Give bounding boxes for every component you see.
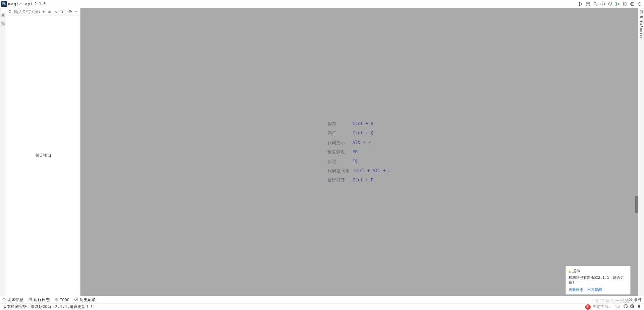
hint-label: 恢复断点 <box>328 149 348 155</box>
left-strip: 接口 ▦ 函数 fn <box>0 8 6 296</box>
bottom-tab-history[interactable]: 历史记录 <box>74 297 96 303</box>
shortcut-hints: 保存Ctrl + S 运行Ctrl + Q 代码提示Alt + / 恢复断点F8… <box>328 118 391 187</box>
sidebar-empty: 暂无接口 <box>6 15 80 296</box>
sort-icon[interactable] <box>59 9 64 14</box>
bottom-tab-label: 历史记录 <box>80 297 96 303</box>
fn-group-icon[interactable]: fn <box>1 21 5 26</box>
bottom-tab-label: 事件 <box>634 297 642 303</box>
svg-point-4 <box>70 11 71 12</box>
sidebar-toolbar <box>6 8 80 15</box>
bottom-tabs: 调试信息 运行日志 TODO 历史记录 事件 <box>0 296 644 303</box>
search-icon <box>7 9 13 14</box>
log-icon <box>28 297 32 302</box>
update-notification: ▲ 提示 检测到已有新版本2.1.1，是否更新? 更新日志 不再提醒 <box>565 266 631 295</box>
api-group-icon[interactable]: ▦ <box>1 13 5 17</box>
todo-icon <box>54 297 58 302</box>
left-tab-api[interactable]: 接口 <box>0 9 6 12</box>
status-message: 版本检测完毕，最新版本为：2.1.1,建议更新！！ <box>3 304 94 310</box>
hint-key: Alt + / <box>352 140 371 146</box>
right-tab-datasource[interactable]: DataSource <box>639 15 643 41</box>
hint-key: Ctrl + Q <box>352 130 374 136</box>
refresh-icon[interactable] <box>637 1 643 7</box>
hint-key: Ctrl + Alt + L <box>354 168 391 174</box>
close-icon[interactable] <box>53 9 58 14</box>
bottom-tab-events[interactable]: 事件 <box>629 297 642 303</box>
warning-icon: ▲ <box>568 269 571 273</box>
github-icon[interactable] <box>623 304 628 310</box>
sidebar: 暂无接口 <box>6 8 81 296</box>
logo-icon: MA <box>1 1 7 7</box>
hint-label: 代码格式化 <box>328 168 349 174</box>
editor-area: 保存Ctrl + S 运行Ctrl + Q 代码提示Alt + / 恢复断点F8… <box>81 8 638 296</box>
search-icon[interactable] <box>592 1 598 7</box>
scroll-handle[interactable] <box>635 196 638 213</box>
globe-icon[interactable] <box>629 1 635 7</box>
search-input[interactable] <box>13 9 40 15</box>
hint-key: F8 <box>352 149 358 155</box>
bug-icon[interactable] <box>622 1 628 7</box>
bottom-tab-debug[interactable]: 调试信息 <box>2 297 23 303</box>
right-strip: DataSource <box>638 8 644 296</box>
svg-point-5 <box>69 10 71 13</box>
svg-point-7 <box>3 298 5 300</box>
app-title: magic-api <box>8 1 33 6</box>
hint-label: 步进 <box>328 159 348 165</box>
add-icon[interactable] <box>41 9 46 14</box>
svg-point-1 <box>594 2 596 5</box>
online-count: 1人 <box>615 304 621 310</box>
svg-point-3 <box>9 10 11 12</box>
save-icon[interactable] <box>585 1 591 7</box>
header: MA magic-api 2.1.0 <box>0 0 644 8</box>
minimize-icon[interactable] <box>73 9 79 14</box>
svg-rect-0 <box>586 2 590 6</box>
left-tab-fn[interactable]: 函数 <box>0 18 5 21</box>
collapse-icon[interactable] <box>47 9 52 14</box>
status-bar: 版本检测完毕，最新版本为：2.1.1,建议更新！！ 游 当前在线： 1人 <box>0 303 644 310</box>
online-label: 当前在线： <box>593 304 613 310</box>
header-actions <box>578 1 643 7</box>
gitee-icon[interactable] <box>630 304 635 310</box>
bottom-tab-todo[interactable]: TODO <box>54 297 69 302</box>
bottom-tab-label: 调试信息 <box>7 297 23 303</box>
hint-label: 运行 <box>328 130 348 136</box>
hint-key: Ctrl + S <box>352 121 374 127</box>
notif-body-text: 检测到已有新版本2.1.1，是否更新? <box>568 275 628 285</box>
notif-title-text: 提示 <box>572 268 580 274</box>
run-icon[interactable] <box>578 1 584 7</box>
changelog-link[interactable]: 更新日志 <box>568 287 583 292</box>
info-icon <box>629 297 633 302</box>
qq-icon[interactable] <box>637 304 641 310</box>
bottom-tab-label: 运行日志 <box>34 297 50 303</box>
svg-point-6 <box>640 10 643 11</box>
hint-label: 最近打开 <box>328 177 348 183</box>
hint-label: 保存 <box>328 121 348 127</box>
hint-key: Ctrl + E <box>352 177 374 183</box>
locate-icon[interactable] <box>67 9 73 14</box>
upload-icon[interactable] <box>600 1 606 7</box>
hint-label: 代码提示 <box>328 140 348 146</box>
push-icon[interactable] <box>614 1 621 7</box>
bottom-tab-log[interactable]: 运行日志 <box>28 297 50 303</box>
datasource-icon[interactable] <box>639 9 644 14</box>
app-version: 2.1.0 <box>35 2 46 6</box>
hint-key: F6 <box>352 159 358 165</box>
history-icon <box>74 297 78 302</box>
bottom-tab-label: TODO <box>60 298 69 302</box>
download-icon[interactable] <box>607 1 613 7</box>
debug-icon <box>2 297 6 302</box>
dismiss-link[interactable]: 不再提醒 <box>587 287 602 292</box>
status-badge[interactable]: 游 <box>585 304 591 310</box>
